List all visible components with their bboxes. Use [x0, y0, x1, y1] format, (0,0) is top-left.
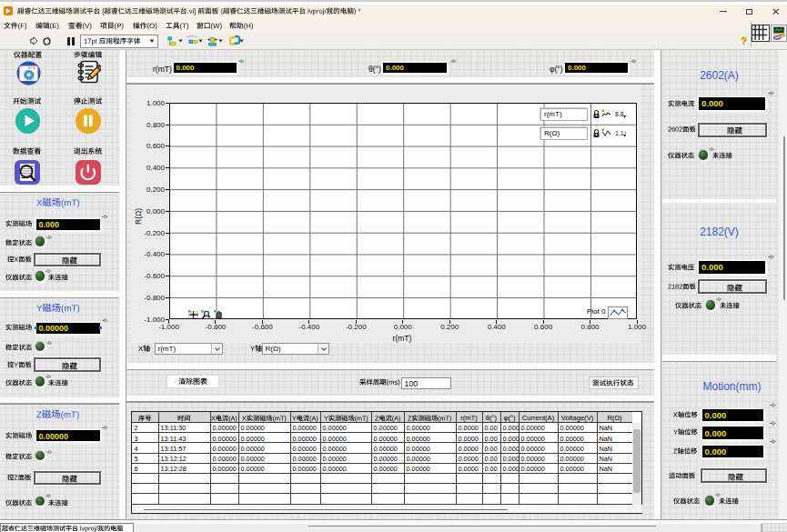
- svg-text:R(Ω): R(Ω): [134, 208, 143, 225]
